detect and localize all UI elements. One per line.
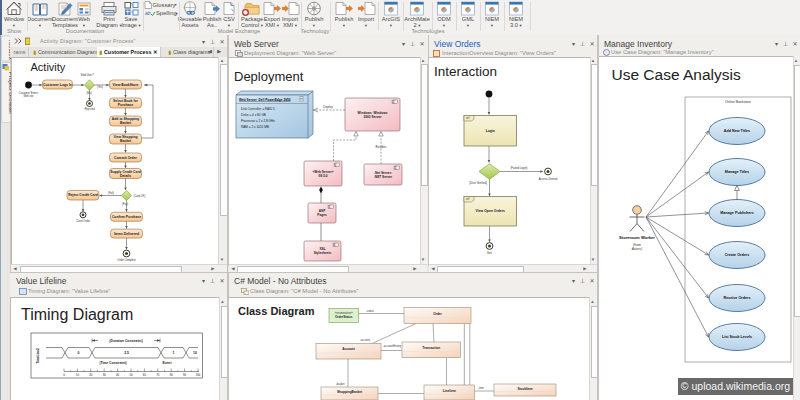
svg-text:Exit: Exit bbox=[487, 251, 492, 255]
svg-text:Use Case Analysis: Use Case Analysis bbox=[612, 66, 741, 83]
svg-text:Actors): Actors) bbox=[631, 247, 643, 251]
svg-text:Disk Controller = RAID 5: Disk Controller = RAID 5 bbox=[241, 107, 275, 111]
svg-text:(No): (No) bbox=[86, 91, 91, 95]
svg-text:Rejected: Rejected bbox=[84, 107, 95, 111]
svg-text:Pages: Pages bbox=[317, 213, 327, 217]
svg-text:Class Diagram: Class Diagram bbox=[238, 305, 315, 317]
svg-text:Timing Diagram: Timing Diagram bbox=[21, 306, 133, 323]
svg-text:Valid User?: Valid User? bbox=[80, 73, 94, 77]
svg-text:Deployment: Deployment bbox=[234, 69, 304, 84]
svg-text:10: 10 bbox=[193, 351, 197, 355]
svg-text:Manage Publishers: Manage Publishers bbox=[720, 211, 754, 215]
svg-text:▾: ▾ bbox=[175, 2, 178, 7]
svg-text:-basket: -basket bbox=[336, 382, 345, 386]
svg-text:Stylesheets: Stylesheets bbox=[314, 251, 332, 255]
svg-text:Activity: Activity bbox=[31, 61, 66, 73]
svg-text:View Open Orders: View Open Orders bbox=[476, 209, 505, 213]
svg-text:ref: ref bbox=[466, 116, 469, 120]
svg-text:Disks = 4 x 80 GB: Disks = 4 x 80 GB bbox=[241, 113, 266, 117]
svg-text:-item: -item bbox=[478, 386, 484, 390]
svg-text:Basket: Basket bbox=[120, 121, 132, 125]
svg-text:-account: -account bbox=[360, 338, 370, 342]
svg-text:Login: Login bbox=[486, 129, 495, 133]
svg-text:Receive Orders: Receive Orders bbox=[723, 296, 750, 300]
svg-text:OrderStatus: OrderStatus bbox=[335, 315, 353, 319]
svg-text:30: 30 bbox=[103, 373, 107, 377]
svg-text:Web site: Web site bbox=[23, 94, 34, 98]
svg-text:10: 10 bbox=[76, 373, 80, 377]
svg-text:Order: Order bbox=[433, 312, 442, 316]
svg-text:List Stock Levels: List Stock Levels bbox=[722, 335, 752, 339]
svg-text:Event: Event bbox=[163, 361, 173, 365]
svg-text:Deploy: Deploy bbox=[323, 105, 333, 109]
svg-text:(Pay): (Pay) bbox=[122, 202, 128, 206]
svg-text:ref: ref bbox=[466, 197, 469, 201]
svg-text:TimeLine2: TimeLine2 bbox=[36, 348, 40, 364]
svg-text:90: 90 bbox=[183, 373, 187, 377]
svg-text:.NET Server: .NET Server bbox=[374, 175, 393, 179]
svg-text:Access Denied: Access Denied bbox=[539, 177, 558, 181]
svg-text:(Fail): (Fail) bbox=[108, 191, 114, 195]
svg-text:1: 1 bbox=[173, 351, 175, 355]
svg-text:Processor = 2 x 2.8 GHz: Processor = 2 x 2.8 GHz bbox=[241, 119, 275, 123]
svg-text:LineItem: LineItem bbox=[443, 389, 456, 393]
svg-text:Manage Titles: Manage Titles bbox=[725, 170, 749, 174]
svg-text:-status: -status bbox=[366, 309, 374, 313]
svg-text:Purchase: Purchase bbox=[118, 103, 133, 107]
svg-text:(Card OK): (Card OK) bbox=[134, 194, 146, 198]
svg-text:(from: (from bbox=[633, 243, 641, 247]
svg-text:[User Verified]: [User Verified] bbox=[469, 181, 487, 185]
svg-text:2.5: 2.5 bbox=[124, 351, 129, 355]
svg-text:StockItem: StockItem bbox=[517, 387, 532, 391]
svg-text:Details: Details bbox=[120, 174, 131, 178]
svg-text:0: 0 bbox=[78, 351, 80, 355]
svg-text:Confirm Purchase: Confirm Purchase bbox=[112, 215, 141, 219]
svg-text:(Time Constraint): (Time Constraint) bbox=[99, 361, 126, 365]
svg-text:Reject Credit Card: Reject Credit Card bbox=[68, 193, 98, 197]
svg-text:2003 Server: 2003 Server bbox=[364, 115, 383, 119]
svg-text:-accountHistory: -accountHistory bbox=[383, 344, 402, 348]
svg-text:Customer Logs In: Customer Logs In bbox=[43, 83, 72, 87]
svg-text:Account: Account bbox=[342, 347, 356, 351]
svg-text:Online Bookstore: Online Bookstore bbox=[725, 100, 751, 104]
svg-text:100: 100 bbox=[196, 373, 201, 377]
svg-text:RAM = 2 x 1024 MB: RAM = 2 x 1024 MB bbox=[241, 125, 269, 129]
svg-text:Web Server: Dell PowerEdge 265: Web Server: Dell PowerEdge 2650 bbox=[239, 98, 291, 102]
svg-text:View BookStore: View BookStore bbox=[113, 83, 139, 87]
svg-text:«enumeration»: «enumeration» bbox=[335, 311, 353, 315]
svg-text:Order Complete: Order Complete bbox=[117, 258, 136, 262]
svg-text:50: 50 bbox=[129, 373, 133, 377]
svg-text:Close Order: Close Order bbox=[76, 219, 90, 223]
svg-text:70: 70 bbox=[156, 373, 160, 377]
svg-text:60: 60 bbox=[143, 373, 147, 377]
svg-text:(Failed Login): (Failed Login) bbox=[510, 166, 527, 170]
svg-text:20: 20 bbox=[89, 373, 93, 377]
svg-text:Interaction: Interaction bbox=[434, 64, 497, 79]
svg-text:Commit Order: Commit Order bbox=[114, 156, 137, 160]
svg-text:{Duration Constraint}: {Duration Constraint} bbox=[109, 339, 143, 343]
svg-text:Transaction: Transaction bbox=[422, 346, 440, 350]
svg-text:Items Delivered: Items Delivered bbox=[114, 232, 139, 236]
svg-text:40: 40 bbox=[116, 373, 120, 377]
svg-text:IIS 5.0: IIS 5.0 bbox=[318, 174, 327, 178]
svg-text:Resides: Resides bbox=[376, 145, 387, 149]
svg-text:Basket: Basket bbox=[120, 139, 132, 143]
svg-text:80: 80 bbox=[170, 373, 174, 377]
svg-text:Create Orders: Create Orders bbox=[725, 253, 750, 257]
svg-text:Storeroom Worker: Storeroom Worker bbox=[619, 235, 655, 240]
svg-text:ShoppingBasket: ShoppingBasket bbox=[337, 390, 363, 394]
svg-text:Glossary: Glossary bbox=[153, 2, 176, 8]
svg-text:Add New Titles: Add New Titles bbox=[724, 129, 750, 133]
